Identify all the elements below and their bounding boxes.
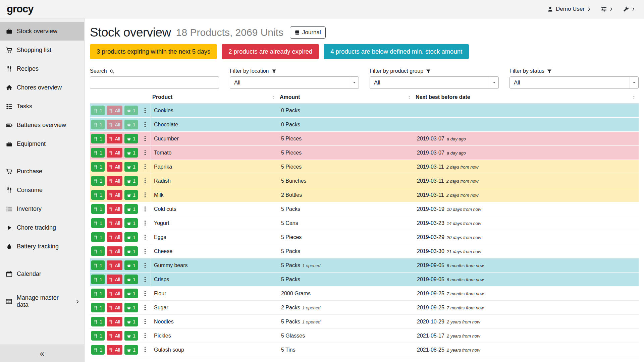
row-menu-button[interactable] xyxy=(142,122,148,127)
open-one-button[interactable]: 1 xyxy=(124,176,138,186)
open-one-button[interactable]: 1 xyxy=(124,148,138,158)
admin-menu[interactable] xyxy=(623,6,635,12)
settings-menu[interactable] xyxy=(601,6,613,12)
status-badge[interactable]: 2 products are already expired xyxy=(222,44,319,59)
sidebar-item-consume[interactable]: Consume xyxy=(0,181,84,199)
consume-all-button[interactable]: All xyxy=(107,246,122,256)
consume-one-button[interactable]: 1 xyxy=(91,120,105,129)
consume-one-button[interactable]: 1 xyxy=(91,134,105,143)
sidebar-item-batteries-overview[interactable]: Batteries overview xyxy=(0,116,84,134)
journal-button[interactable]: Journal xyxy=(290,26,326,39)
app-logo[interactable]: grocy xyxy=(7,3,33,15)
column-header-next-best-before-date[interactable]: Next best before date xyxy=(414,92,639,104)
consume-all-button[interactable]: All xyxy=(107,120,122,129)
row-menu-button[interactable] xyxy=(142,164,148,170)
search-input[interactable] xyxy=(90,76,219,89)
consume-one-button[interactable]: 1 xyxy=(91,345,105,355)
open-one-button[interactable]: 1 xyxy=(124,162,138,172)
consume-all-button[interactable]: All xyxy=(107,148,122,158)
consume-all-button[interactable]: All xyxy=(107,317,122,326)
consume-all-button[interactable]: All xyxy=(107,176,122,186)
consume-one-button[interactable]: 1 xyxy=(91,190,105,200)
consume-all-button[interactable]: All xyxy=(107,345,122,355)
row-menu-button[interactable] xyxy=(142,150,148,156)
open-one-button[interactable]: 1 xyxy=(124,303,138,312)
consume-one-button[interactable]: 1 xyxy=(91,232,105,242)
row-menu-button[interactable] xyxy=(142,192,148,198)
status-badge[interactable]: 4 products are below defined min. stock … xyxy=(324,44,469,59)
sidebar-item-stock-overview[interactable]: Stock overview xyxy=(0,22,84,41)
row-menu-button[interactable] xyxy=(142,262,148,268)
row-menu-button[interactable] xyxy=(142,220,148,226)
consume-all-button[interactable]: All xyxy=(107,289,122,298)
sidebar-item-chores-overview[interactable]: Chores overview xyxy=(0,78,84,97)
row-menu-button[interactable] xyxy=(142,206,148,212)
consume-all-button[interactable]: All xyxy=(107,190,122,200)
sidebar-item-shopping-list[interactable]: Shopping list xyxy=(0,41,84,59)
row-menu-button[interactable] xyxy=(142,291,148,296)
consume-all-button[interactable]: All xyxy=(107,106,122,115)
status-filter-select[interactable]: All xyxy=(509,76,639,89)
user-menu[interactable]: Demo User xyxy=(547,6,591,12)
sidebar-collapse-button[interactable]: « xyxy=(0,345,84,362)
open-one-button[interactable]: 1 xyxy=(124,218,138,228)
sort-icon[interactable] xyxy=(407,94,412,100)
status-badge[interactable]: 3 products expiring within the next 5 da… xyxy=(90,44,217,59)
sidebar-item-manage-master-data[interactable]: Manage master data xyxy=(0,292,84,311)
row-menu-button[interactable] xyxy=(142,234,148,240)
sort-icon[interactable] xyxy=(271,94,276,100)
sidebar-item-calendar[interactable]: Calendar xyxy=(0,264,84,283)
open-one-button[interactable]: 1 xyxy=(124,204,138,214)
product-group-filter-select[interactable]: All xyxy=(370,76,499,89)
sidebar-item-battery-tracking[interactable]: Battery tracking xyxy=(0,237,84,256)
open-one-button[interactable]: 1 xyxy=(124,317,138,326)
consume-one-button[interactable]: 1 xyxy=(91,246,105,256)
sort-icon[interactable] xyxy=(632,94,636,100)
sidebar-item-tasks[interactable]: Tasks xyxy=(0,97,84,116)
consume-one-button[interactable]: 1 xyxy=(91,289,105,298)
consume-one-button[interactable]: 1 xyxy=(91,204,105,214)
sidebar-item-recipes[interactable]: Recipes xyxy=(0,59,84,78)
row-menu-button[interactable] xyxy=(142,178,148,184)
open-one-button[interactable]: 1 xyxy=(124,106,138,115)
location-filter-select[interactable]: All xyxy=(230,76,359,89)
column-header-amount[interactable]: Amount xyxy=(278,92,414,104)
consume-all-button[interactable]: All xyxy=(107,232,122,242)
sidebar-item-equipment[interactable]: Equipment xyxy=(0,134,84,153)
open-one-button[interactable]: 1 xyxy=(124,331,138,341)
consume-one-button[interactable]: 1 xyxy=(91,148,105,158)
consume-all-button[interactable]: All xyxy=(107,303,122,312)
consume-one-button[interactable]: 1 xyxy=(91,218,105,228)
consume-all-button[interactable]: All xyxy=(107,331,122,341)
consume-one-button[interactable]: 1 xyxy=(91,260,105,270)
consume-one-button[interactable]: 1 xyxy=(91,275,105,284)
row-menu-button[interactable] xyxy=(142,347,148,353)
consume-one-button[interactable]: 1 xyxy=(91,317,105,326)
sidebar-item-inventory[interactable]: Inventory xyxy=(0,199,84,218)
consume-all-button[interactable]: All xyxy=(107,275,122,284)
consume-one-button[interactable]: 1 xyxy=(91,176,105,186)
consume-all-button[interactable]: All xyxy=(107,134,122,143)
open-one-button[interactable]: 1 xyxy=(124,345,138,355)
consume-one-button[interactable]: 1 xyxy=(91,106,105,115)
open-one-button[interactable]: 1 xyxy=(124,190,138,200)
open-one-button[interactable]: 1 xyxy=(124,246,138,256)
row-menu-button[interactable] xyxy=(142,333,148,339)
open-one-button[interactable]: 1 xyxy=(124,275,138,284)
sidebar-item-purchase[interactable]: Purchase xyxy=(0,162,84,181)
row-menu-button[interactable] xyxy=(142,248,148,254)
consume-all-button[interactable]: All xyxy=(107,204,122,214)
open-one-button[interactable]: 1 xyxy=(124,120,138,129)
row-menu-button[interactable] xyxy=(142,277,148,282)
consume-all-button[interactable]: All xyxy=(107,218,122,228)
column-header-product[interactable]: Product xyxy=(151,92,278,104)
consume-all-button[interactable]: All xyxy=(107,162,122,172)
row-menu-button[interactable] xyxy=(142,136,148,141)
open-one-button[interactable]: 1 xyxy=(124,232,138,242)
row-menu-button[interactable] xyxy=(142,108,148,113)
row-menu-button[interactable] xyxy=(142,319,148,324)
sidebar-item-chore-tracking[interactable]: Chore tracking xyxy=(0,218,84,237)
consume-one-button[interactable]: 1 xyxy=(91,331,105,341)
consume-one-button[interactable]: 1 xyxy=(91,162,105,172)
open-one-button[interactable]: 1 xyxy=(124,289,138,298)
